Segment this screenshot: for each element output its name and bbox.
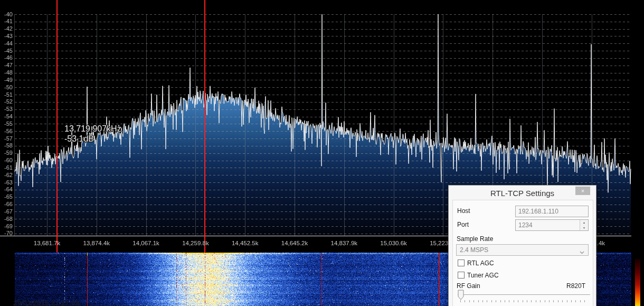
frequency-axis-label: 15,030.6k <box>380 240 407 246</box>
frequency-axis-label: 14,452.5k <box>232 240 259 246</box>
frequency-axis-label: 13,874.4k <box>83 240 110 246</box>
sample-rate-select[interactable]: 2.4 MSPS <box>456 244 589 256</box>
rf-gain-label: RF Gain <box>457 282 480 290</box>
port-label: Port <box>457 221 469 228</box>
db-axis-label: -42 <box>0 26 13 32</box>
waterfall-intensity-legend <box>635 259 640 306</box>
tooltip-level: -53.1dB <box>64 134 121 144</box>
db-axis-label: -65 <box>0 194 13 200</box>
chevron-down-icon <box>580 248 584 256</box>
db-axis-label: -52 <box>0 99 13 105</box>
tuner-agc-label: Tuner AGC <box>467 272 499 279</box>
frequency-axis-label: 14,837.9k <box>331 240 358 246</box>
port-spinner: ▲ ▼ <box>580 220 588 230</box>
db-axis-label: -40 <box>0 12 13 17</box>
rtl-agc-label: RTL AGC <box>467 259 494 267</box>
db-axis-label: -41 <box>0 18 13 24</box>
host-label: Host <box>457 207 470 215</box>
db-axis-label: -57 <box>0 136 13 142</box>
sdr-app-screen: -40-41-42-43-44-45-46-47-48-49-50-51-52-… <box>0 0 644 306</box>
db-axis-label: -59 <box>0 150 13 156</box>
db-axis-label: -54 <box>0 114 13 119</box>
db-axis-label: -66 <box>0 201 13 207</box>
db-axis-label: -58 <box>0 143 13 149</box>
db-axis-label: -68 <box>0 216 13 222</box>
rf-gain-slider-track[interactable] <box>458 294 590 295</box>
host-input[interactable] <box>515 206 589 217</box>
frequency-axis-label: 13,681.7k <box>34 240 61 246</box>
db-axis-label: -63 <box>0 180 13 186</box>
frequency-axis-label: 14,645.2k <box>281 240 308 246</box>
db-axis-label: -67 <box>0 209 13 215</box>
frequency-axis-label: 14,067.1k <box>132 240 159 246</box>
spinner-down-button[interactable]: ▼ <box>580 225 588 230</box>
rtl-tcp-settings-dialog: RTL-TCP Settings × Host Port ▲ ▼ Sample … <box>448 185 596 306</box>
sample-rate-label: Sample Rate <box>457 235 493 243</box>
spinner-up-button[interactable]: ▲ <box>580 220 588 225</box>
rtl-agc-checkbox[interactable] <box>458 259 465 266</box>
db-axis-label: -60 <box>0 157 13 163</box>
close-icon: × <box>581 188 584 194</box>
tooltip-frequency: 13,719.907kHz <box>64 124 121 134</box>
db-axis-label: -49 <box>0 77 13 83</box>
db-axis-label: -61 <box>0 165 13 171</box>
db-axis-label: -70 <box>0 230 13 236</box>
db-axis-label: -46 <box>0 55 13 61</box>
db-axis-label: -53 <box>0 106 13 112</box>
db-axis-label: -56 <box>0 128 13 134</box>
db-axis-label: -44 <box>0 41 13 47</box>
db-axis-label: -48 <box>0 70 13 76</box>
chevron-up-icon: ▲ <box>583 221 585 224</box>
close-button[interactable]: × <box>575 187 590 195</box>
port-input[interactable] <box>515 219 589 231</box>
sample-rate-value: 2.4 MSPS <box>460 246 488 254</box>
db-axis-label: -69 <box>0 224 13 229</box>
dialog-titlebar[interactable]: RTL-TCP Settings × <box>449 186 596 200</box>
db-axis-label: -50 <box>0 85 13 90</box>
rf-gain-slider-ticks <box>460 300 589 302</box>
waterfall-timestamp: 29/03/2015 23:27:08 <box>13 299 79 306</box>
db-axis-label: -47 <box>0 62 13 68</box>
cursor-tooltip: 13,719.907kHz -53.1dB <box>64 124 121 144</box>
frequency-axis-label: 14,259.8k <box>182 240 209 246</box>
db-axis-label: -51 <box>0 92 13 98</box>
db-axis-label: -43 <box>0 33 13 39</box>
db-axis-label: -64 <box>0 187 13 192</box>
db-axis-label: -62 <box>0 172 13 178</box>
tuner-agc-checkbox[interactable] <box>458 272 465 279</box>
tuner-type-label: R820T <box>566 282 585 290</box>
db-axis-label: -55 <box>0 121 13 127</box>
db-axis-label: -45 <box>0 48 13 54</box>
chevron-down-icon: ▼ <box>583 226 585 229</box>
dialog-title: RTL-TCP Settings <box>449 189 596 198</box>
